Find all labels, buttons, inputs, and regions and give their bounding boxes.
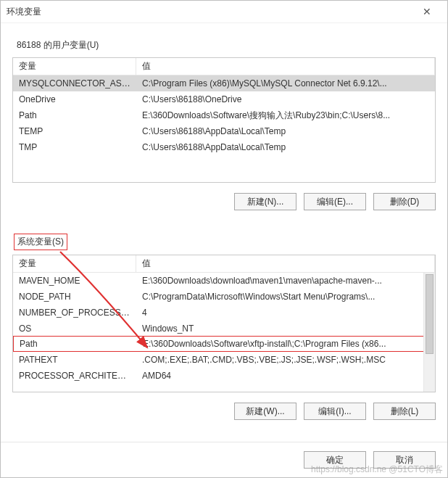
system-list-header: 变量 值	[13, 255, 435, 273]
close-button[interactable]: ✕	[412, 1, 441, 22]
list-item[interactable]: OneDrive C:\Users\86188\OneDrive	[13, 91, 435, 107]
cell-value: C:\ProgramData\Microsoft\Windows\Start M…	[136, 292, 435, 302]
cell-variable: PATHEXT	[13, 355, 136, 365]
cell-value: E:\360Downloads\Software\xftp-install\;C…	[137, 339, 434, 349]
new-user-var-button[interactable]: 新建(N)...	[234, 193, 296, 210]
list-item[interactable]: Path E:\360Downloads\Software\搜狗输入法\Ruby…	[13, 107, 435, 123]
cell-variable: Path	[14, 339, 137, 349]
system-variables-list[interactable]: 变量 值 MAVEN_HOME E:\360Downloads\download…	[12, 255, 436, 392]
cell-value: E:\360Downloads\download\maven1\maven\ap…	[136, 276, 435, 286]
list-item[interactable]: TMP C:\Users\86188\AppData\Local\Temp	[13, 139, 435, 155]
user-list-header: 变量 值	[13, 58, 435, 75]
cell-value: C:\Users\86188\OneDrive	[136, 94, 435, 104]
column-header-value[interactable]: 值	[136, 255, 435, 272]
cell-variable: NODE_PATH	[13, 292, 136, 302]
cell-value: .COM;.EXE;.BAT;.CMD;.VBS;.VBE;.JS;.JSE;.…	[136, 355, 435, 365]
scrollbar-thumb[interactable]	[426, 274, 434, 354]
list-item[interactable]: PROCESSOR_ARCHITECT... AMD64	[13, 368, 435, 384]
column-header-value[interactable]: 值	[136, 58, 435, 75]
titlebar: 环境变量 ✕	[1, 1, 447, 23]
system-variables-section: 系统变量(S) 变量 值 MAVEN_HOME E:\360Downloads\…	[12, 229, 436, 433]
cancel-button[interactable]: 取消	[373, 451, 436, 469]
cell-variable: TMP	[13, 142, 136, 152]
list-item[interactable]: MAVEN_HOME E:\360Downloads\download\mave…	[13, 273, 435, 289]
cell-value: 4	[136, 308, 435, 318]
list-item[interactable]: PATHEXT .COM;.EXE;.BAT;.CMD;.VBS;.VBE;.J…	[13, 352, 435, 368]
edit-user-var-button[interactable]: 编辑(E)...	[304, 193, 366, 210]
window-title: 环境变量	[7, 6, 412, 18]
delete-user-var-button[interactable]: 删除(D)	[373, 193, 436, 210]
cell-value: Windows_NT	[136, 324, 435, 334]
ok-button[interactable]: 确定	[304, 451, 366, 469]
cell-value: AMD64	[136, 371, 435, 381]
cell-value: C:\Users\86188\AppData\Local\Temp	[136, 126, 435, 136]
scrollbar[interactable]	[423, 273, 435, 392]
cell-variable: PROCESSOR_ARCHITECT...	[13, 371, 136, 381]
cell-value: C:\Program Files (x86)\MySQL\MySQL Conne…	[136, 78, 435, 88]
cell-variable: MYSQLCONNECTOR_ASS...	[13, 78, 136, 88]
environment-variables-dialog: 环境变量 ✕ 86188 的用户变量(U) 变量 值 MYSQLCONNECTO…	[0, 0, 448, 478]
cell-variable: OneDrive	[13, 94, 136, 104]
list-item[interactable]: NUMBER_OF_PROCESSORS 4	[13, 305, 435, 321]
edit-system-var-button[interactable]: 编辑(I)...	[304, 403, 366, 420]
cell-variable: TEMP	[13, 126, 136, 136]
dialog-bottom-bar: 确定 取消	[1, 442, 447, 477]
user-list-body: MYSQLCONNECTOR_ASS... C:\Program Files (…	[13, 75, 435, 182]
user-variables-list[interactable]: 变量 值 MYSQLCONNECTOR_ASS... C:\Program Fi…	[12, 57, 436, 183]
cell-variable: OS	[13, 324, 136, 334]
system-section-label: 系统变量(S)	[14, 234, 67, 250]
cell-variable: NUMBER_OF_PROCESSORS	[13, 308, 136, 318]
user-variables-section: 86188 的用户变量(U) 变量 值 MYSQLCONNECTOR_ASS..…	[12, 33, 436, 223]
delete-system-var-button[interactable]: 删除(L)	[373, 403, 436, 420]
cell-value: E:\360Downloads\Software\搜狗输入法\Ruby23\bi…	[136, 110, 435, 122]
cell-value: C:\Users\86188\AppData\Local\Temp	[136, 142, 435, 152]
system-list-body: MAVEN_HOME E:\360Downloads\download\mave…	[13, 273, 435, 392]
column-header-variable[interactable]: 变量	[13, 255, 136, 272]
system-button-row: 新建(W)... 编辑(I)... 删除(L)	[12, 403, 436, 420]
user-section-label: 86188 的用户变量(U)	[14, 38, 101, 53]
user-button-row: 新建(N)... 编辑(E)... 删除(D)	[12, 193, 436, 210]
list-item[interactable]: NODE_PATH C:\ProgramData\Microsoft\Windo…	[13, 289, 435, 305]
list-item[interactable]: OS Windows_NT	[13, 321, 435, 337]
list-item[interactable]: MYSQLCONNECTOR_ASS... C:\Program Files (…	[13, 75, 435, 91]
list-item[interactable]: TEMP C:\Users\86188\AppData\Local\Temp	[13, 123, 435, 139]
list-item[interactable]: Path E:\360Downloads\Software\xftp-insta…	[13, 336, 435, 352]
close-icon: ✕	[423, 6, 431, 17]
dialog-content: 86188 的用户变量(U) 变量 值 MYSQLCONNECTOR_ASS..…	[1, 23, 447, 442]
new-system-var-button[interactable]: 新建(W)...	[234, 403, 296, 420]
column-header-variable[interactable]: 变量	[13, 58, 136, 75]
cell-variable: Path	[13, 110, 136, 120]
cell-variable: MAVEN_HOME	[13, 276, 136, 286]
